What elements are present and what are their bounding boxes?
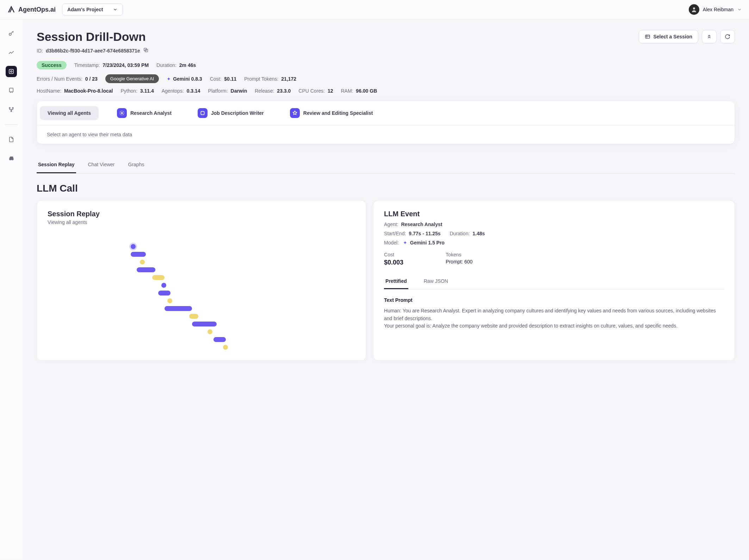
project-selector[interactable]: Adam's Project <box>62 4 123 15</box>
user-menu[interactable]: Alex Reibman <box>689 4 742 15</box>
gantt-row <box>48 320 355 328</box>
table-icon <box>645 34 650 39</box>
svg-point-7 <box>11 111 12 112</box>
gantt-row <box>48 289 355 297</box>
sidebar <box>0 19 23 560</box>
nav-discord-icon[interactable] <box>6 153 17 164</box>
svg-point-6 <box>12 107 13 108</box>
nav-key-icon[interactable] <box>6 28 17 39</box>
tab-session-replay[interactable]: Session Replay <box>37 158 76 173</box>
section-title: LLM Call <box>37 183 735 194</box>
tokens-header: Tokens <box>446 252 472 257</box>
gantt-row <box>48 274 355 281</box>
gantt-bar[interactable] <box>192 322 217 326</box>
refresh-button[interactable] <box>720 30 735 43</box>
gantt-dot[interactable] <box>131 244 136 249</box>
agent-label: Job Description Writer <box>211 110 264 116</box>
copy-icon[interactable] <box>143 47 149 54</box>
tab-prettified[interactable]: Prettified <box>384 275 408 289</box>
gantt-row <box>48 281 355 289</box>
session-id-row: ID: d3b86b2c-f930-4d17-aee7-674e6858371e <box>37 47 149 54</box>
gantt-bar[interactable] <box>152 275 165 280</box>
svg-rect-10 <box>645 35 650 38</box>
tab-research-analyst[interactable]: Research Analyst <box>109 104 179 122</box>
nav-chart-icon[interactable] <box>6 47 17 58</box>
tab-job-description-writer[interactable]: Job Description Writer <box>190 104 272 122</box>
gemini-version: Gemini 0.8.3 <box>173 76 202 82</box>
chevron-down-icon <box>113 7 118 12</box>
select-session-button[interactable]: Select a Session <box>639 30 698 43</box>
topbar: AgentOps.ai Adam's Project Alex Reibman <box>0 0 749 19</box>
agent-icon <box>198 108 208 118</box>
tab-review-editing-specialist[interactable]: Review and Editing Specialist <box>282 104 381 122</box>
ptokens-value: 21,172 <box>281 76 296 82</box>
chevrons-up-icon <box>706 34 712 39</box>
gantt-dot[interactable] <box>161 283 166 288</box>
gantt-dot[interactable] <box>208 329 212 334</box>
svg-rect-4 <box>10 88 13 92</box>
ram-value: 96.00 GB <box>356 88 377 94</box>
timestamp-label: Timestamp: <box>74 62 100 68</box>
startend-label: Start/End: <box>384 231 406 236</box>
release-label: Release: <box>255 88 274 94</box>
id-value: d3b86b2c-f930-4d17-aee7-674e6858371e <box>46 48 140 54</box>
timestamp-value: 7/23/2024, 03:59 PM <box>103 62 149 68</box>
refresh-icon <box>725 34 730 39</box>
gantt-bar[interactable] <box>213 337 226 342</box>
logo-icon <box>7 5 16 14</box>
gantt-bar[interactable] <box>165 306 192 311</box>
cost-big: $0.003 <box>384 259 403 266</box>
prompt-line2: Your personal goal is: Analyze the compa… <box>384 322 724 330</box>
tab-all-agents[interactable]: Viewing all Agents <box>40 106 99 120</box>
prompt-line1: Human: You are Research Analyst. Expert … <box>384 307 724 322</box>
session-replay-card: Session Replay Viewing all agents <box>37 200 366 361</box>
evt-duration-label: Duration: <box>450 231 470 236</box>
gantt-bar[interactable] <box>158 291 171 295</box>
tab-all-label: Viewing all Agents <box>48 110 91 116</box>
agent-label: Agent: <box>384 222 398 227</box>
svg-point-11 <box>121 112 123 114</box>
gantt-dot[interactable] <box>140 260 145 265</box>
tab-graphs[interactable]: Graphs <box>127 158 146 173</box>
platform-value: Darwin <box>231 88 247 94</box>
event-title: LLM Event <box>384 210 724 218</box>
agents-note: Select an agent to view their meta data <box>37 125 735 144</box>
nav-docs-icon[interactable] <box>6 134 17 145</box>
tokens-label: Prompt: <box>446 259 463 265</box>
ptokens-label: Prompt Tokens: <box>244 76 278 82</box>
nav-sessions-icon[interactable] <box>6 66 17 77</box>
collapse-button[interactable] <box>702 30 717 43</box>
brand-logo[interactable]: AgentOps.ai <box>7 5 56 14</box>
status-badge: Success <box>37 61 67 69</box>
tab-chat-viewer[interactable]: Chat Viewer <box>87 158 116 173</box>
python-label: Python: <box>120 88 137 94</box>
sparkle-icon: ✦ <box>403 240 407 245</box>
agentops-value: 0.3.14 <box>187 88 200 94</box>
gantt-row <box>48 243 355 250</box>
divider <box>5 124 18 125</box>
nav-train-icon[interactable] <box>6 85 17 96</box>
agent-label: Research Analyst <box>130 110 172 116</box>
duration-value: 2m 46s <box>179 62 196 68</box>
host-label: HostName: <box>37 88 61 94</box>
gantt-chart[interactable] <box>48 236 355 351</box>
gantt-row <box>48 305 355 312</box>
sparkle-icon: ✦ <box>167 76 171 82</box>
tab-raw-json[interactable]: Raw JSON <box>422 275 450 289</box>
evt-duration-value: 1.48s <box>472 231 485 236</box>
prompt-body: Human: You are Research Analyst. Expert … <box>384 307 724 330</box>
gantt-row <box>48 328 355 336</box>
gantt-bar[interactable] <box>137 267 155 272</box>
id-label: ID: <box>37 48 43 54</box>
chevron-down-icon <box>737 7 742 12</box>
cpu-value: 12 <box>328 88 333 94</box>
gantt-bar[interactable] <box>131 252 146 257</box>
gantt-dot[interactable] <box>167 298 172 303</box>
brand-text: AgentOps.ai <box>18 6 56 13</box>
gantt-row <box>48 312 355 320</box>
gantt-dot[interactable] <box>223 345 228 350</box>
model-label: Model: <box>384 240 399 245</box>
gantt-bar[interactable] <box>189 314 198 319</box>
nav-branch-icon[interactable] <box>6 104 17 115</box>
prompt-title: Text Prompt <box>384 297 724 303</box>
